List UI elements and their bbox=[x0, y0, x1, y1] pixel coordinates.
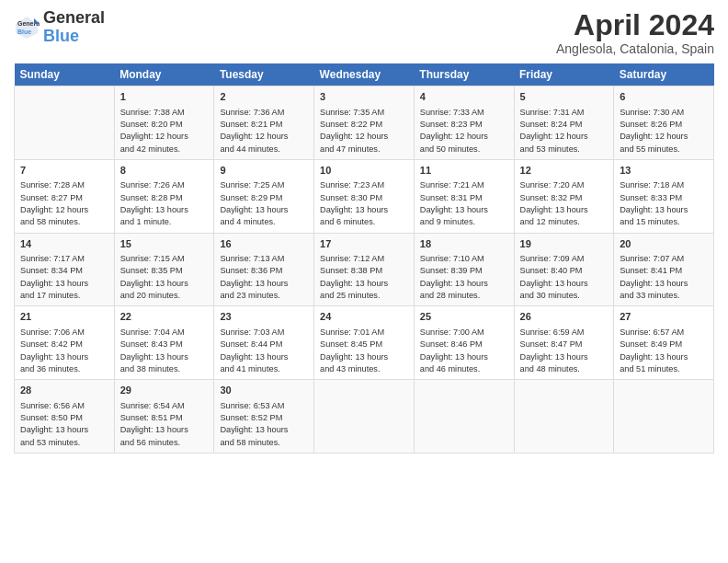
day-number: 12 bbox=[520, 164, 609, 178]
calendar-table: Sunday Monday Tuesday Wednesday Thursday… bbox=[14, 63, 714, 454]
day-number: 11 bbox=[420, 164, 508, 178]
title-block: April 2024 Anglesola, Catalonia, Spain bbox=[556, 9, 714, 56]
col-saturday: Saturday bbox=[614, 63, 714, 86]
table-cell: 6Sunrise: 7:30 AMSunset: 8:26 PMDaylight… bbox=[614, 86, 714, 160]
subtitle: Anglesola, Catalonia, Spain bbox=[556, 41, 714, 56]
header-row: Sunday Monday Tuesday Wednesday Thursday… bbox=[15, 63, 714, 86]
table-cell: 8Sunrise: 7:26 AMSunset: 8:28 PMDaylight… bbox=[114, 159, 214, 233]
cell-content: Sunrise: 6:56 AMSunset: 8:50 PMDaylight:… bbox=[20, 400, 108, 449]
table-cell: 28Sunrise: 6:56 AMSunset: 8:50 PMDayligh… bbox=[15, 380, 115, 454]
cell-content: Sunrise: 7:01 AMSunset: 8:45 PMDaylight:… bbox=[320, 327, 408, 375]
header: General Blue GeneralBlue April 2024 Angl… bbox=[14, 9, 714, 56]
main-title: April 2024 bbox=[556, 9, 714, 41]
day-number: 22 bbox=[120, 310, 209, 324]
cell-content: Sunrise: 7:06 AMSunset: 8:42 PMDaylight:… bbox=[20, 327, 108, 375]
cell-content: Sunrise: 7:26 AMSunset: 8:28 PMDaylight:… bbox=[120, 179, 209, 228]
table-cell: 7Sunrise: 7:28 AMSunset: 8:27 PMDaylight… bbox=[15, 159, 115, 233]
day-number: 2 bbox=[220, 90, 308, 104]
week-row: 7Sunrise: 7:28 AMSunset: 8:27 PMDaylight… bbox=[15, 159, 714, 233]
svg-text:Blue: Blue bbox=[17, 29, 31, 35]
table-cell: 17Sunrise: 7:12 AMSunset: 8:38 PMDayligh… bbox=[314, 233, 415, 306]
cell-content: Sunrise: 7:17 AMSunset: 8:34 PMDaylight:… bbox=[20, 253, 108, 302]
table-cell: 23Sunrise: 7:03 AMSunset: 8:44 PMDayligh… bbox=[214, 306, 314, 380]
table-cell: 16Sunrise: 7:13 AMSunset: 8:36 PMDayligh… bbox=[214, 233, 314, 306]
table-cell: 4Sunrise: 7:33 AMSunset: 8:23 PMDaylight… bbox=[414, 86, 514, 160]
day-number: 10 bbox=[320, 164, 408, 178]
cell-content: Sunrise: 7:07 AMSunset: 8:41 PMDaylight:… bbox=[620, 253, 708, 302]
week-row: 1Sunrise: 7:38 AMSunset: 8:20 PMDaylight… bbox=[15, 86, 714, 160]
cell-content: Sunrise: 6:59 AMSunset: 8:47 PMDaylight:… bbox=[520, 327, 609, 375]
table-cell: 9Sunrise: 7:25 AMSunset: 8:29 PMDaylight… bbox=[214, 159, 314, 233]
day-number: 1 bbox=[120, 90, 209, 104]
day-number: 30 bbox=[220, 384, 308, 397]
table-cell: 27Sunrise: 6:57 AMSunset: 8:49 PMDayligh… bbox=[614, 306, 714, 380]
day-number: 25 bbox=[420, 310, 508, 324]
cell-content: Sunrise: 7:12 AMSunset: 8:38 PMDaylight:… bbox=[320, 253, 408, 302]
day-number: 17 bbox=[320, 237, 408, 251]
day-number: 27 bbox=[620, 310, 708, 324]
table-cell bbox=[514, 380, 614, 454]
logo-text: GeneralBlue bbox=[43, 9, 105, 46]
table-cell: 26Sunrise: 6:59 AMSunset: 8:47 PMDayligh… bbox=[514, 306, 614, 380]
table-cell: 30Sunrise: 6:53 AMSunset: 8:52 PMDayligh… bbox=[214, 380, 314, 454]
cell-content: Sunrise: 7:10 AMSunset: 8:39 PMDaylight:… bbox=[420, 253, 508, 302]
cell-content: Sunrise: 7:25 AMSunset: 8:29 PMDaylight:… bbox=[220, 179, 308, 228]
table-cell: 13Sunrise: 7:18 AMSunset: 8:33 PMDayligh… bbox=[614, 159, 714, 233]
cell-content: Sunrise: 7:20 AMSunset: 8:32 PMDaylight:… bbox=[520, 179, 609, 228]
table-cell: 19Sunrise: 7:09 AMSunset: 8:40 PMDayligh… bbox=[514, 233, 614, 306]
col-sunday: Sunday bbox=[15, 63, 115, 86]
table-cell: 14Sunrise: 7:17 AMSunset: 8:34 PMDayligh… bbox=[15, 233, 115, 306]
day-number: 5 bbox=[520, 90, 609, 104]
cell-content: Sunrise: 6:53 AMSunset: 8:52 PMDaylight:… bbox=[220, 400, 308, 449]
table-cell: 15Sunrise: 7:15 AMSunset: 8:35 PMDayligh… bbox=[114, 233, 214, 306]
day-number: 6 bbox=[620, 90, 708, 104]
table-cell: 12Sunrise: 7:20 AMSunset: 8:32 PMDayligh… bbox=[514, 159, 614, 233]
week-row: 28Sunrise: 6:56 AMSunset: 8:50 PMDayligh… bbox=[15, 380, 714, 454]
day-number: 4 bbox=[420, 90, 508, 104]
day-number: 19 bbox=[520, 237, 609, 251]
col-friday: Friday bbox=[514, 63, 614, 86]
day-number: 9 bbox=[220, 164, 308, 178]
col-thursday: Thursday bbox=[414, 63, 514, 86]
logo-icon: General Blue bbox=[14, 15, 40, 40]
cell-content: Sunrise: 7:03 AMSunset: 8:44 PMDaylight:… bbox=[220, 327, 308, 375]
col-tuesday: Tuesday bbox=[214, 63, 314, 86]
cell-content: Sunrise: 7:23 AMSunset: 8:30 PMDaylight:… bbox=[320, 179, 408, 228]
cell-content: Sunrise: 7:04 AMSunset: 8:43 PMDaylight:… bbox=[120, 327, 209, 375]
table-cell: 3Sunrise: 7:35 AMSunset: 8:22 PMDaylight… bbox=[314, 86, 415, 160]
day-number: 3 bbox=[320, 90, 408, 104]
cell-content: Sunrise: 7:36 AMSunset: 8:21 PMDaylight:… bbox=[220, 107, 308, 155]
table-cell: 1Sunrise: 7:38 AMSunset: 8:20 PMDaylight… bbox=[114, 86, 214, 160]
cell-content: Sunrise: 7:13 AMSunset: 8:36 PMDaylight:… bbox=[220, 253, 308, 302]
day-number: 16 bbox=[220, 237, 308, 251]
table-cell: 11Sunrise: 7:21 AMSunset: 8:31 PMDayligh… bbox=[414, 159, 514, 233]
cell-content: Sunrise: 7:30 AMSunset: 8:26 PMDaylight:… bbox=[620, 107, 708, 155]
day-number: 21 bbox=[20, 310, 108, 324]
col-monday: Monday bbox=[114, 63, 214, 86]
day-number: 24 bbox=[320, 310, 408, 324]
cell-content: Sunrise: 6:57 AMSunset: 8:49 PMDaylight:… bbox=[620, 327, 708, 375]
cell-content: Sunrise: 7:00 AMSunset: 8:46 PMDaylight:… bbox=[420, 327, 508, 375]
table-cell: 5Sunrise: 7:31 AMSunset: 8:24 PMDaylight… bbox=[514, 86, 614, 160]
day-number: 14 bbox=[20, 237, 108, 251]
cell-content: Sunrise: 7:09 AMSunset: 8:40 PMDaylight:… bbox=[520, 253, 609, 302]
table-cell bbox=[15, 86, 115, 160]
day-number: 15 bbox=[120, 237, 209, 251]
day-number: 8 bbox=[120, 164, 209, 178]
table-cell bbox=[314, 380, 415, 454]
day-number: 26 bbox=[520, 310, 609, 324]
cell-content: Sunrise: 7:38 AMSunset: 8:20 PMDaylight:… bbox=[120, 107, 209, 155]
cell-content: Sunrise: 7:15 AMSunset: 8:35 PMDaylight:… bbox=[120, 253, 209, 302]
cell-content: Sunrise: 6:54 AMSunset: 8:51 PMDaylight:… bbox=[120, 400, 209, 449]
table-cell: 24Sunrise: 7:01 AMSunset: 8:45 PMDayligh… bbox=[314, 306, 415, 380]
week-row: 21Sunrise: 7:06 AMSunset: 8:42 PMDayligh… bbox=[15, 306, 714, 380]
day-number: 18 bbox=[420, 237, 508, 251]
day-number: 29 bbox=[120, 384, 209, 397]
page: General Blue GeneralBlue April 2024 Angl… bbox=[0, 0, 728, 563]
table-cell: 21Sunrise: 7:06 AMSunset: 8:42 PMDayligh… bbox=[15, 306, 115, 380]
cell-content: Sunrise: 7:18 AMSunset: 8:33 PMDaylight:… bbox=[620, 179, 708, 228]
cell-content: Sunrise: 7:28 AMSunset: 8:27 PMDaylight:… bbox=[20, 179, 108, 228]
cell-content: Sunrise: 7:31 AMSunset: 8:24 PMDaylight:… bbox=[520, 107, 609, 155]
logo: General Blue GeneralBlue bbox=[14, 9, 105, 46]
week-row: 14Sunrise: 7:17 AMSunset: 8:34 PMDayligh… bbox=[15, 233, 714, 306]
